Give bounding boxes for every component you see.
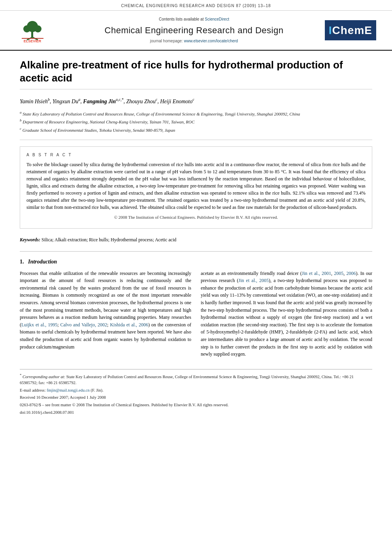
elsevier-logo-svg: ELSEVIER: [16, 15, 49, 43]
journal-citation: CHEMICAL ENGINEERING RESEARCH AND DESIGN…: [121, 4, 271, 8]
author-4: Zhouyu Zhouc,: [126, 98, 160, 104]
ref-jin2005a[interactable]: 2005: [334, 271, 343, 276]
email-link[interactable]: fmjin@mail.tongji.edu.cn: [47, 388, 90, 392]
intro-col-left: Processes that enable utilization of the…: [20, 270, 191, 361]
main-content: Alkaline pre-treatment of rice hulls for…: [0, 51, 392, 429]
keywords: Keywords: Silica; Alkali extraction; Ric…: [20, 237, 372, 243]
intro-right-text: acetate as an environmentally friendly r…: [201, 270, 372, 358]
abstract-label: A B S T R A C T: [26, 152, 366, 158]
footnote-doi: doi:10.1016/j.cherd.2008.07.001: [20, 409, 372, 416]
svg-point-3: [23, 25, 30, 32]
intro-left-text: Processes that enable utilization of the…: [20, 270, 191, 351]
article-title: Alkaline pre-treatment of rice hulls for…: [20, 59, 372, 89]
page: CHEMICAL ENGINEERING RESEARCH AND DESIGN…: [0, 0, 392, 555]
author-2: Yingxun Dua,: [53, 98, 83, 104]
footnotes: * Corresponding author at: State Key Lab…: [20, 369, 372, 416]
affil-b: b Department of Resource Engineering, Na…: [20, 118, 372, 125]
footnote-email: E-mail address: fmjin@mail.tongji.edu.cn…: [20, 387, 372, 394]
affil-c: c Graduate School of Environmental Studi…: [20, 126, 372, 133]
journal-homepage: journal homepage: www.elsevier.com/locat…: [55, 38, 333, 44]
svg-text:ELSEVIER: ELSEVIER: [24, 39, 41, 43]
ref-calvo[interactable]: Calvo and Vallejo, 2002: [60, 322, 107, 328]
footnote-corresponding: * Corresponding author at: State Key Lab…: [20, 373, 372, 386]
intro-two-column: Processes that enable utilization of the…: [20, 270, 372, 361]
section-divider: [20, 251, 372, 252]
footnote-rights: 0263-8762/$ – see front matter © 2008 Th…: [20, 402, 372, 408]
keywords-label: Keywords:: [20, 237, 40, 242]
keywords-values: Silica; Alkali extraction; Rice hulls; H…: [41, 237, 176, 242]
section1-heading: 1. Introduction: [20, 258, 372, 266]
sciencedirect-link[interactable]: ScienceDirect: [205, 17, 229, 21]
author-1: Yamin Hsiehb,: [20, 98, 53, 104]
journal-topbar: CHEMICAL ENGINEERING RESEARCH AND DESIGN…: [0, 0, 392, 11]
ref-luijkx[interactable]: Luijkx et al., 1995: [21, 322, 57, 328]
icheme-logo: IChemE: [337, 20, 376, 40]
section1-title: Introduction: [28, 259, 57, 265]
journal-title: Chemical Engineering Research and Design: [55, 25, 333, 37]
homepage-link[interactable]: www.elsevier.com/locate/cherd: [184, 39, 238, 43]
authors-line: Yamin Hsiehb, Yingxun Dua, Fangming Jina…: [20, 97, 372, 106]
elsevier-logo: ELSEVIER: [16, 15, 51, 45]
footnote-received: Received 16 December 2007; Accepted 1 Ju…: [20, 394, 372, 401]
ref-kishida[interactable]: Kishida et al., 2006: [110, 322, 148, 328]
author-5: Heiji Enomotoc: [160, 98, 194, 104]
author-3: Fangming Jina,c,*,: [83, 98, 126, 104]
intro-col-right: acetate as an environmentally friendly r…: [201, 270, 372, 361]
affiliations: a State Key Laboratory of Pollution Cont…: [20, 110, 372, 140]
ref-jin2001[interactable]: Jin et al., 2001: [302, 271, 331, 276]
section1-number: 1.: [20, 259, 24, 265]
abstract-body: To solve the blockage caused by silica d…: [26, 161, 366, 211]
svg-point-4: [34, 25, 41, 32]
abstract-text: To solve the blockage caused by silica d…: [26, 161, 366, 221]
ref-jin2005b[interactable]: Jin et al., 2005: [238, 278, 269, 283]
icheme-box: IChemE: [325, 20, 376, 40]
affil-a: a State Key Laboratory of Pollution Cont…: [20, 110, 372, 117]
ref-jin2006[interactable]: 2006: [346, 271, 356, 276]
abstract-section: A B S T R A C T To solve the blockage ca…: [20, 146, 372, 229]
journal-header: ELSEVIER Contents lists available at Sci…: [0, 11, 392, 51]
journal-center: Contents lists available at ScienceDirec…: [51, 17, 337, 44]
copyright-line: © 2008 The Institution of Chemical Engin…: [26, 214, 366, 221]
svg-rect-8: [22, 38, 43, 39]
sciencedirect-info: Contents lists available at ScienceDirec…: [55, 17, 333, 22]
